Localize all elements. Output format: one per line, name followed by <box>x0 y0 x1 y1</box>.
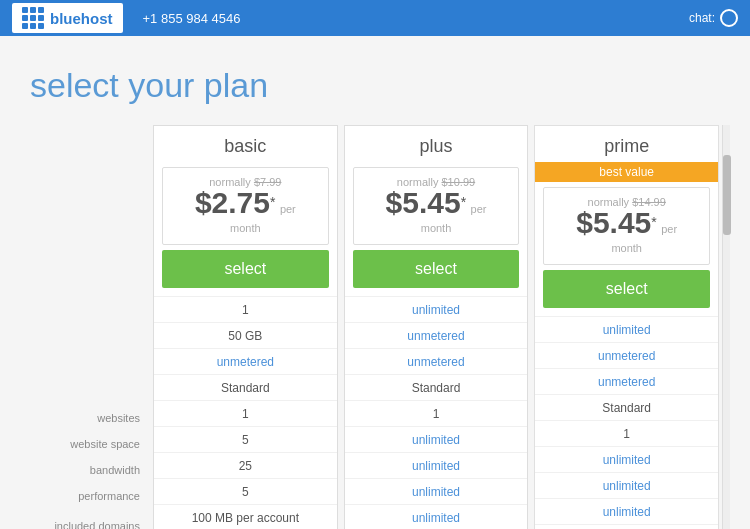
plus-email-accounts: unlimited <box>345 478 528 504</box>
plan-basic-pricing: normally $7.99 $2.75* permonth <box>162 167 329 245</box>
plus-bandwidth: unmetered <box>345 348 528 374</box>
label-bandwidth: bandwidth <box>20 457 150 483</box>
label-website-space: website space <box>20 431 150 457</box>
basic-email-accounts: 5 <box>154 478 337 504</box>
prime-performance: Standard <box>535 394 718 420</box>
prime-included-domains: 1 <box>535 420 718 446</box>
header: bluehost +1 855 984 4546 chat: <box>0 0 750 36</box>
chat-icon <box>720 9 738 27</box>
plus-website-space: unmetered <box>345 322 528 348</box>
logo-area: bluehost <box>12 3 123 33</box>
plan-plus-main-price: $5.45* permonth <box>359 188 514 236</box>
scrollbar[interactable] <box>722 125 730 529</box>
prime-parked-domains: unlimited <box>535 446 718 472</box>
basic-performance: Standard <box>154 374 337 400</box>
page-title: select your plan <box>0 36 750 125</box>
prime-sub-domains: unlimited <box>535 472 718 498</box>
plans-wrapper: websites website space bandwidth perform… <box>0 125 750 529</box>
row-labels-col: websites website space bandwidth perform… <box>20 125 150 529</box>
plus-websites: unlimited <box>345 296 528 322</box>
plan-prime-pricing: normally $14.99 $5.45* permonth <box>543 187 710 265</box>
basic-websites: 1 <box>154 296 337 322</box>
page-container: bluehost +1 855 984 4546 chat: select yo… <box>0 0 750 529</box>
prime-bandwidth: unmetered <box>535 368 718 394</box>
plan-basic-main-price: $2.75* permonth <box>168 188 323 236</box>
plus-email-storage: unlimited <box>345 504 528 529</box>
plan-basic-name: basic <box>154 126 337 162</box>
select-basic-button[interactable]: select <box>162 250 329 288</box>
plan-basic: basic normally $7.99 $2.75* permonth sel… <box>153 125 338 529</box>
basic-sub-domains: 25 <box>154 452 337 478</box>
plan-plus-pricing: normally $10.99 $5.45* permonth <box>353 167 520 245</box>
label-websites: websites <box>20 405 150 431</box>
prime-email-storage: unlimited <box>535 524 718 529</box>
basic-parked-domains: 5 <box>154 426 337 452</box>
chat-label: chat: <box>689 11 715 25</box>
plan-prime: prime best value normally $14.99 $5.45* … <box>534 125 719 529</box>
logo-grid-icon <box>22 7 44 29</box>
basic-website-space: 50 GB <box>154 322 337 348</box>
best-value-badge: best value <box>535 162 718 182</box>
plus-parked-domains: unlimited <box>345 426 528 452</box>
plus-included-domains: 1 <box>345 400 528 426</box>
logo-text: bluehost <box>50 10 113 27</box>
scrollbar-thumb[interactable] <box>723 155 731 235</box>
prime-websites: unlimited <box>535 316 718 342</box>
prime-website-space: unmetered <box>535 342 718 368</box>
select-plus-button[interactable]: select <box>353 250 520 288</box>
plus-performance: Standard <box>345 374 528 400</box>
plan-prime-name: prime <box>535 126 718 162</box>
basic-included-domains: 1 <box>154 400 337 426</box>
plus-sub-domains: unlimited <box>345 452 528 478</box>
basic-email-storage: 100 MB per account <box>154 504 337 529</box>
plan-prime-main-price: $5.45* permonth <box>549 208 704 256</box>
chat-area[interactable]: chat: <box>689 9 738 27</box>
phone-number: +1 855 984 4546 <box>143 11 241 26</box>
label-included-domains: included domains <box>20 513 150 529</box>
plan-plus: plus normally $10.99 $5.45* permonth sel… <box>344 125 529 529</box>
basic-bandwidth: unmetered <box>154 348 337 374</box>
plan-plus-name: plus <box>345 126 528 162</box>
label-performance: performance <box>20 483 150 509</box>
prime-email-accounts: unlimited <box>535 498 718 524</box>
select-prime-button[interactable]: select <box>543 270 710 308</box>
